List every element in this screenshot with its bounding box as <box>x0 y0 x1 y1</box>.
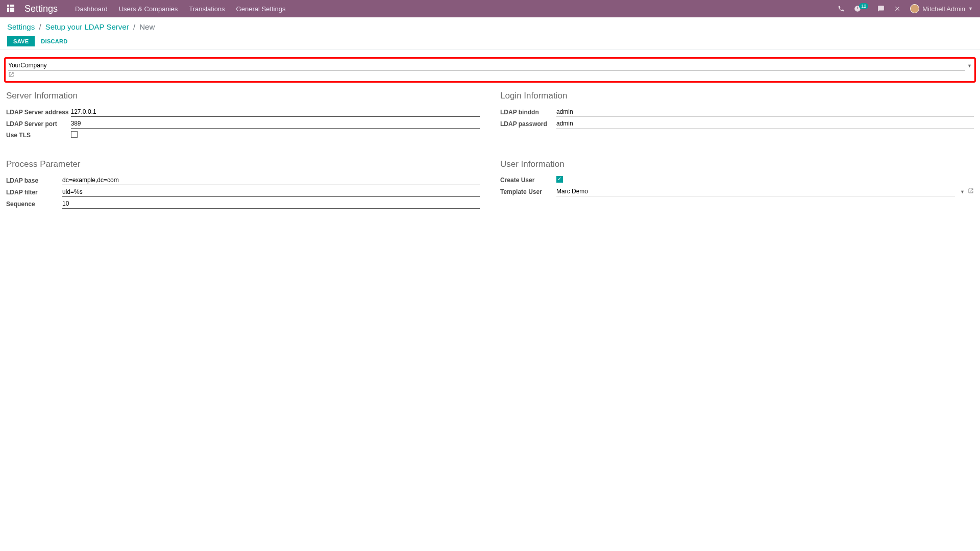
left-column: Server Information LDAP Server address L… <box>6 88 480 210</box>
user-name: Mitchell Admin <box>922 5 965 13</box>
right-column: Login Information LDAP binddn LDAP passw… <box>500 88 974 210</box>
menu-users-companies[interactable]: Users & Companies <box>119 5 178 13</box>
sequence-input[interactable] <box>62 199 480 209</box>
discard-button[interactable]: Discard <box>39 36 69 46</box>
breadcrumb: Settings / Setup your LDAP Server / New <box>7 22 973 31</box>
close-icon[interactable] <box>894 5 901 12</box>
ldap-password-input[interactable] <box>556 119 974 129</box>
external-link-icon[interactable] <box>968 188 974 195</box>
external-link-icon[interactable] <box>8 71 15 79</box>
activity-icon[interactable]: 12 <box>854 5 868 12</box>
ldap-server-address-input[interactable] <box>71 107 480 117</box>
user-menu[interactable]: Mitchell Admin ▼ <box>910 4 973 13</box>
apps-icon[interactable] <box>7 5 15 13</box>
navbar-right: 12 Mitchell Admin ▼ <box>838 4 973 13</box>
process-param-title: Process Parameter <box>6 159 480 169</box>
ldap-password-label: LDAP password <box>500 118 556 130</box>
navbar-menu: Dashboard Users & Companies Translations… <box>75 5 285 13</box>
control-panel: Settings / Setup your LDAP Server / New … <box>0 17 980 50</box>
chat-icon[interactable] <box>877 5 885 12</box>
phone-icon[interactable] <box>838 5 845 12</box>
menu-translations[interactable]: Translations <box>189 5 225 13</box>
create-user-checkbox[interactable] <box>556 176 563 183</box>
activity-badge: 12 <box>859 3 868 9</box>
menu-general-settings[interactable]: General Settings <box>236 5 286 13</box>
avatar <box>910 4 919 13</box>
menu-dashboard[interactable]: Dashboard <box>75 5 108 13</box>
use-tls-checkbox[interactable] <box>71 131 78 138</box>
template-user-label: Template User <box>500 186 556 197</box>
breadcrumb-settings[interactable]: Settings <box>7 22 35 31</box>
template-user-dropdown-caret[interactable]: ▼ <box>960 189 965 194</box>
app-brand[interactable]: Settings <box>24 4 58 14</box>
ldap-binddn-input[interactable] <box>556 107 974 117</box>
main-navbar: Settings Dashboard Users & Companies Tra… <box>0 0 980 17</box>
ldap-filter-input[interactable] <box>62 187 480 197</box>
create-user-label: Create User <box>500 174 556 186</box>
sequence-label: Sequence <box>6 198 62 210</box>
ldap-server-address-label: LDAP Server address <box>6 106 71 118</box>
company-highlight-box: ▼ <box>4 57 976 83</box>
caret-down-icon: ▼ <box>968 6 973 11</box>
login-info-title: Login Information <box>500 91 974 101</box>
save-button[interactable]: Save <box>7 36 35 46</box>
use-tls-label: Use TLS <box>6 130 71 141</box>
ldap-filter-label: LDAP filter <box>6 186 62 198</box>
ldap-server-port-input[interactable] <box>71 119 480 129</box>
breadcrumb-current: New <box>139 22 155 31</box>
company-field[interactable] <box>8 61 965 70</box>
user-info-title: User Information <box>500 159 974 169</box>
server-info-title: Server Information <box>6 91 480 101</box>
ldap-binddn-label: LDAP binddn <box>500 106 556 118</box>
breadcrumb-ldap-setup[interactable]: Setup your LDAP Server <box>45 22 129 31</box>
ldap-base-label: LDAP base <box>6 174 62 186</box>
company-dropdown-caret[interactable]: ▼ <box>967 63 972 68</box>
ldap-base-input[interactable] <box>62 176 480 185</box>
template-user-input[interactable] <box>556 187 955 196</box>
form-sheet: ▼ Server Information LDAP Server address… <box>0 50 980 210</box>
ldap-server-port-label: LDAP Server port <box>6 118 71 130</box>
